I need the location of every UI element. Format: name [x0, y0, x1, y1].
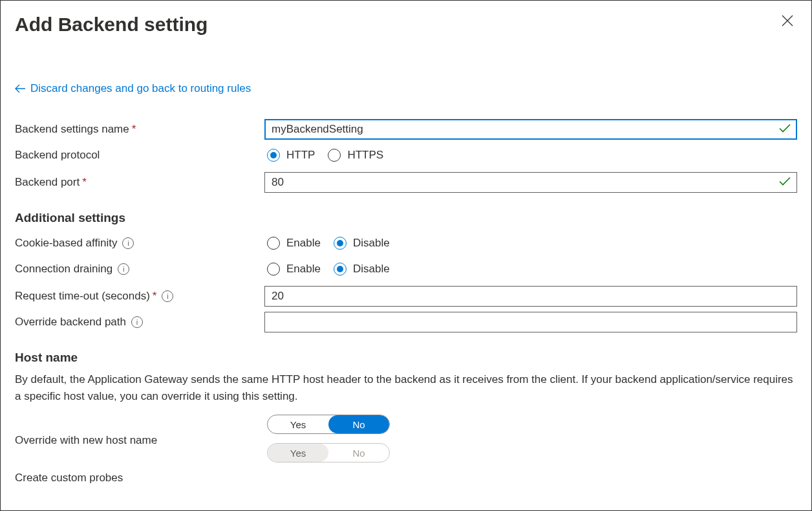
- info-icon[interactable]: i: [122, 237, 134, 249]
- label-drain-text: Connection draining: [15, 263, 112, 276]
- row-override-host: Override with new host name Yes No Yes N…: [15, 415, 797, 462]
- port-input-wrap: [264, 172, 797, 193]
- drain-enable-label: Enable: [286, 263, 321, 276]
- label-drain: Connection draining i: [15, 263, 267, 276]
- protocol-radio-group: HTTP HTTPS: [267, 149, 797, 162]
- arrow-left-icon: [15, 84, 25, 93]
- override-host2-no: No: [328, 444, 389, 462]
- radio-circle-icon: [328, 149, 341, 162]
- label-override-path-text: Override backend path: [15, 316, 126, 329]
- radio-circle-icon: [334, 263, 347, 276]
- radio-circle-icon: [334, 237, 347, 250]
- radio-circle-icon: [267, 149, 280, 162]
- panel-title: Add Backend setting: [15, 14, 797, 36]
- label-protocol: Backend protocol: [15, 149, 267, 162]
- name-input-wrap: [264, 119, 797, 140]
- override-host-yes[interactable]: Yes: [268, 415, 328, 433]
- cookie-enable-label: Enable: [286, 237, 321, 250]
- cookie-disable-radio[interactable]: Disable: [334, 237, 390, 250]
- host-name-head: Host name: [15, 351, 797, 365]
- drain-disable-radio[interactable]: Disable: [334, 263, 390, 276]
- info-icon[interactable]: i: [118, 263, 129, 275]
- override-host-no[interactable]: No: [328, 415, 389, 433]
- backend-name-input[interactable]: [264, 119, 797, 140]
- row-port: Backend port *: [15, 171, 797, 194]
- radio-http-label: HTTP: [286, 149, 315, 162]
- label-override-path: Override backend path i: [15, 316, 264, 329]
- label-name: Backend settings name *: [15, 123, 264, 136]
- override-host2-yes: Yes: [268, 444, 328, 462]
- radio-https[interactable]: HTTPS: [328, 149, 383, 162]
- info-icon[interactable]: i: [162, 290, 173, 302]
- label-timeout-text: Request time-out (seconds): [15, 290, 150, 303]
- override-host-toggle-secondary: Yes No: [267, 443, 390, 462]
- radio-circle-icon: [267, 237, 280, 250]
- radio-circle-icon: [267, 263, 280, 276]
- radio-http[interactable]: HTTP: [267, 149, 315, 162]
- row-override-path: Override backend path i: [15, 310, 797, 334]
- label-port: Backend port *: [15, 176, 264, 189]
- timeout-input[interactable]: [264, 286, 797, 307]
- discard-link[interactable]: Discard changes and go back to routing r…: [15, 82, 251, 95]
- label-cookie-text: Cookie-based affinity: [15, 237, 117, 250]
- override-host-toggle: Yes No: [267, 415, 390, 434]
- override-path-input[interactable]: [264, 312, 797, 332]
- row-name: Backend settings name *: [15, 118, 797, 141]
- label-timeout: Request time-out (seconds) * i: [15, 290, 264, 303]
- label-cookie: Cookie-based affinity i: [15, 237, 267, 250]
- row-cookie: Cookie-based affinity i Enable Disable: [15, 232, 797, 255]
- backend-port-input[interactable]: [264, 172, 797, 193]
- required-asterisk: *: [82, 176, 87, 189]
- additional-settings-head: Additional settings: [15, 211, 797, 225]
- label-custom-probes: Create custom probes: [15, 472, 267, 484]
- drain-enable-radio[interactable]: Enable: [267, 263, 321, 276]
- drain-radio-group: Enable Disable: [267, 263, 797, 276]
- row-custom-probes: Create custom probes: [15, 466, 797, 490]
- cookie-disable-label: Disable: [353, 237, 390, 250]
- row-drain: Connection draining i Enable Disable: [15, 257, 797, 281]
- backend-settings-panel: Add Backend setting Discard changes and …: [0, 0, 812, 511]
- label-port-text: Backend port: [15, 176, 80, 189]
- close-button[interactable]: [780, 14, 795, 28]
- info-icon[interactable]: i: [131, 316, 143, 328]
- label-name-text: Backend settings name: [15, 123, 129, 136]
- cookie-enable-radio[interactable]: Enable: [267, 237, 321, 250]
- row-timeout: Request time-out (seconds) * i: [15, 285, 797, 308]
- radio-https-label: HTTPS: [347, 149, 383, 162]
- host-name-desc: By default, the Application Gateway send…: [15, 371, 797, 404]
- close-icon: [780, 14, 795, 28]
- form: Backend settings name * Backend protocol: [15, 118, 797, 490]
- cookie-radio-group: Enable Disable: [267, 237, 797, 250]
- discard-link-text: Discard changes and go back to routing r…: [30, 82, 251, 95]
- required-asterisk: *: [132, 123, 136, 136]
- row-protocol: Backend protocol HTTP HTTPS: [15, 144, 797, 167]
- drain-disable-label: Disable: [353, 263, 390, 276]
- label-override-host: Override with new host name: [15, 415, 267, 447]
- required-asterisk: *: [153, 290, 157, 303]
